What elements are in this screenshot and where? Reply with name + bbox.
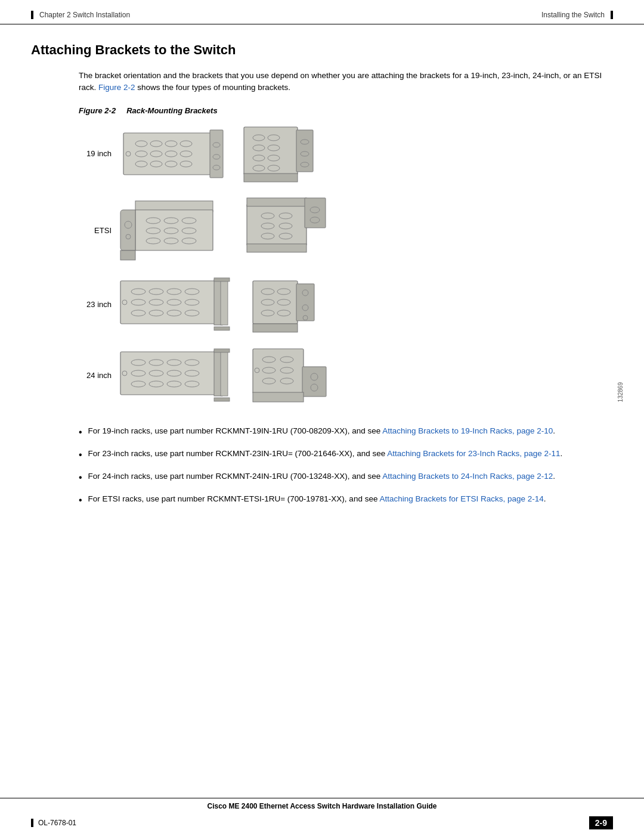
svg-rect-72 xyxy=(221,280,228,325)
intro-paragraph: The bracket orientation and the brackets… xyxy=(79,70,613,94)
footer-page-number: 2-9 xyxy=(589,816,613,829)
bracket-svg-23inch-left xyxy=(117,275,243,335)
bracket-row-etsi: ETSI xyxy=(79,195,613,267)
page-number-text: 2-9 xyxy=(595,818,607,828)
bullet-suffix-24inch: . xyxy=(553,472,555,481)
svg-rect-55 xyxy=(247,244,306,252)
svg-rect-113 xyxy=(302,367,326,397)
link-19inch[interactable]: Attaching Brackets to 19-Inch Racks, pag… xyxy=(382,426,553,435)
header-bar-left xyxy=(31,11,33,19)
bullet-item-19inch: For 19-inch racks, use part number RCKMN… xyxy=(79,425,613,439)
footer-doc-number: OL-7678-01 xyxy=(31,819,76,827)
bracket-label-24inch: 24 inch xyxy=(79,371,117,380)
bracket-row-19inch: 19 inch xyxy=(79,121,613,187)
bullet-text-24inch: For 24-inch racks, use part number RCKMN… xyxy=(88,470,555,482)
page-content: Attaching Brackets to the Switch The bra… xyxy=(0,24,644,552)
page-header: Chapter 2 Switch Installation Installing… xyxy=(0,0,644,24)
footer-guide-title: Cisco ME 2400 Ethernet Access Switch Har… xyxy=(0,798,644,814)
bracket-row-24inch: 24 inch xyxy=(79,343,613,408)
installing-label: Installing the Switch xyxy=(541,11,605,19)
header-left: Chapter 2 Switch Installation xyxy=(31,11,130,19)
svg-rect-47 xyxy=(247,198,306,206)
bullet-prefix-etsi: For ETSI racks, use part number RCKMNT-E… xyxy=(88,494,380,503)
bullet-text-etsi: For ETSI racks, use part number RCKMNT-E… xyxy=(88,493,546,505)
intro-suffix: shows the four types of mounting bracket… xyxy=(135,83,290,92)
figure-2-2-link[interactable]: Figure 2-2 xyxy=(98,83,135,92)
svg-rect-106 xyxy=(253,349,304,394)
svg-rect-74 xyxy=(214,278,230,281)
bullet-suffix-etsi: . xyxy=(544,494,546,503)
bullet-prefix-19inch: For 19-inch racks, use part number RCKMN… xyxy=(88,426,383,435)
page-footer: Cisco ME 2400 Ethernet Access Switch Har… xyxy=(0,798,644,833)
bullet-suffix-23inch: . xyxy=(561,449,563,458)
bracket-images-24inch xyxy=(117,343,333,408)
bracket-svg-24inch-left xyxy=(117,346,243,405)
svg-rect-76 xyxy=(253,281,298,324)
svg-rect-45 xyxy=(120,250,135,260)
guide-title-text: Cisco ME 2400 Ethernet Access Switch Har… xyxy=(207,802,436,810)
bracket-images-etsi xyxy=(117,195,333,267)
figure-title: Rack-Mounting Brackets xyxy=(126,106,217,115)
bullet-prefix-24inch: For 24-inch racks, use part number RCKMN… xyxy=(88,472,383,481)
bullet-suffix-19inch: . xyxy=(553,426,555,435)
bullet-prefix-23inch: For 23-inch racks, use part number RCKMN… xyxy=(88,449,388,458)
link-23inch[interactable]: Attaching Brackets for 23-Inch Racks, pa… xyxy=(387,449,560,458)
bracket-label-etsi: ETSI xyxy=(79,226,117,235)
svg-rect-27 xyxy=(296,130,313,172)
bracket-svg-23inch-right xyxy=(250,275,321,335)
bracket-images-23inch xyxy=(117,275,321,335)
bracket-row-23inch: 23 inch xyxy=(79,275,613,335)
header-bar-right xyxy=(611,11,613,19)
footer-bar xyxy=(31,819,33,827)
svg-rect-102 xyxy=(221,351,228,396)
figure-container: 19 inch xyxy=(79,121,613,411)
bracket-label-23inch: 23 inch xyxy=(79,300,117,309)
bullet-item-etsi: For ETSI racks, use part number RCKMNT-E… xyxy=(79,493,613,507)
svg-rect-0 xyxy=(123,133,213,175)
figure-watermark: 132869 xyxy=(617,382,624,402)
bullet-list: For 19-inch racks, use part number RCKMN… xyxy=(79,425,613,507)
svg-rect-84 xyxy=(253,324,298,332)
bullet-item-23inch: For 23-inch racks, use part number RCKMN… xyxy=(79,448,613,462)
figure-num: Figure 2-2 xyxy=(79,106,116,115)
bracket-svg-19inch-right xyxy=(238,121,321,187)
svg-rect-58 xyxy=(120,281,216,324)
bullet-text-23inch: For 23-inch racks, use part number RCKMN… xyxy=(88,448,563,460)
bracket-svg-19inch-left xyxy=(117,121,231,187)
chapter-label-text: Chapter 2 Switch Installation xyxy=(39,11,130,19)
bracket-images-19inch xyxy=(117,121,321,187)
bracket-svg-etsi-right xyxy=(244,195,333,267)
bullet-text-19inch: For 19-inch racks, use part number RCKMN… xyxy=(88,425,555,437)
svg-rect-31 xyxy=(244,174,298,182)
svg-rect-88 xyxy=(120,352,216,395)
svg-rect-105 xyxy=(214,398,230,401)
bracket-svg-24inch-right xyxy=(250,343,333,408)
header-right: Installing the Switch xyxy=(541,11,613,19)
bracket-label-19inch: 19 inch xyxy=(79,149,117,158)
svg-rect-13 xyxy=(210,130,223,178)
svg-rect-104 xyxy=(214,349,230,352)
bullet-item-24inch: For 24-inch racks, use part number RCKMN… xyxy=(79,470,613,485)
svg-rect-33 xyxy=(135,210,213,250)
doc-number-text: OL-7678-01 xyxy=(38,819,76,827)
svg-rect-116 xyxy=(253,392,304,402)
footer-bottom: OL-7678-01 2-9 xyxy=(0,814,644,833)
svg-rect-46 xyxy=(247,204,306,246)
link-24inch[interactable]: Attaching Brackets to 24-Inch Racks, pag… xyxy=(382,472,553,481)
link-etsi[interactable]: Attaching Brackets for ETSI Racks, page … xyxy=(379,494,543,503)
svg-rect-75 xyxy=(214,327,230,330)
svg-rect-18 xyxy=(244,127,298,175)
figure-label: Figure 2-2 Rack-Mounting Brackets xyxy=(79,106,613,115)
section-title: Attaching Brackets to the Switch xyxy=(31,42,613,58)
bracket-svg-etsi-left xyxy=(117,198,237,264)
